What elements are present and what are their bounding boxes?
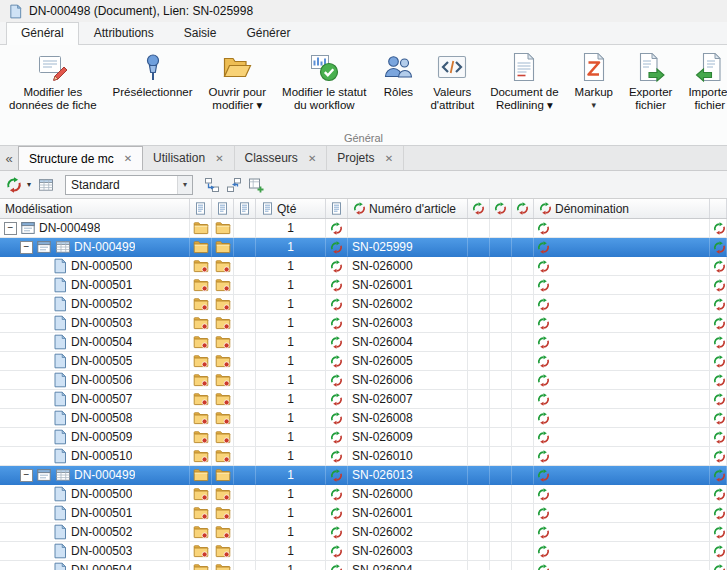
- column-header-sync-1[interactable]: [468, 199, 490, 218]
- grid-row-dn-000500[interactable]: DN-0005001SN-026000: [0, 257, 727, 276]
- refresh-dropdown-caret[interactable]: ▾: [27, 180, 31, 189]
- sync-icon: [713, 374, 726, 387]
- cell-folder-2: [212, 219, 234, 238]
- column-header-sync-3[interactable]: [512, 199, 534, 218]
- sync-icon: [330, 431, 343, 444]
- collapse-tab-list-button[interactable]: «: [0, 146, 18, 170]
- cell-folder-2: [212, 295, 234, 314]
- grid-row-dn-000510[interactable]: DN-0005101SN-026010: [0, 447, 727, 466]
- attribute-values-button[interactable]: Valeursd'attribut: [423, 48, 481, 132]
- doc-tab-projets[interactable]: Projets✕: [327, 146, 404, 170]
- grid-row-dn-000502[interactable]: DN-0005021SN-026002: [0, 523, 727, 542]
- refresh-icon[interactable]: [5, 176, 23, 194]
- grid-row-dn-000503[interactable]: DN-0005031SN-026003: [0, 314, 727, 333]
- cell-article: SN-026000: [348, 257, 468, 276]
- page-icon: [52, 315, 68, 331]
- grid-row-dn-000505[interactable]: DN-0005051SN-026005: [0, 352, 727, 371]
- sync-icon: [713, 355, 726, 368]
- column-header-doc-1[interactable]: [190, 199, 212, 218]
- column-header-doc-4[interactable]: [326, 199, 348, 218]
- cell-denomination: [534, 542, 710, 561]
- ribbon-tab-attributions[interactable]: Attributions: [79, 22, 169, 44]
- cell-empty: [490, 428, 512, 447]
- doc-tab-classeurs[interactable]: Classeurs✕: [235, 146, 328, 170]
- cell-empty: [490, 352, 512, 371]
- cell-folder-2: [212, 276, 234, 295]
- ribbon-tab-général[interactable]: Général: [6, 22, 79, 45]
- sync-icon: [537, 222, 550, 235]
- open-for-edit-button[interactable]: Ouvrir pourmodifier ▾: [202, 48, 274, 132]
- page-icon: [52, 258, 68, 274]
- doc-tab-utilisation[interactable]: Utilisation✕: [143, 146, 234, 170]
- cell-empty: [490, 390, 512, 409]
- article-number: SN-026003: [352, 544, 413, 558]
- expand-levels-icon[interactable]: [203, 176, 221, 194]
- view-settings-icon[interactable]: [37, 176, 55, 194]
- close-tab-icon[interactable]: ✕: [215, 153, 223, 164]
- cell-article: SN-025999: [348, 238, 468, 257]
- edit-workflow-status-button[interactable]: Modifier le statutdu workflow: [275, 48, 373, 132]
- sync-icon: [539, 202, 552, 215]
- column-header-tree[interactable]: Modélisation: [0, 199, 190, 218]
- grid-row-dn-000502[interactable]: DN-0005021SN-026002: [0, 295, 727, 314]
- column-header-sync-4[interactable]: [710, 199, 727, 218]
- roles-button[interactable]: Rôles: [375, 48, 421, 132]
- article-number: SN-025999: [352, 240, 413, 254]
- cell-folder-2: [212, 238, 234, 257]
- doc-icon: [238, 202, 251, 215]
- grid-row-dn-000507[interactable]: DN-0005071SN-026007: [0, 390, 727, 409]
- ribbon-tab-générer[interactable]: Générer: [231, 22, 305, 44]
- grid-row-dn-000498[interactable]: −DN-0004981: [0, 219, 727, 238]
- close-tab-icon[interactable]: ✕: [124, 153, 132, 164]
- folder-icon: [193, 486, 209, 502]
- import-file-button[interactable]: Importerfichier: [681, 48, 727, 132]
- column-header-denomination[interactable]: Dénomination: [534, 199, 710, 218]
- grid-row-dn-000501[interactable]: DN-0005011SN-026001: [0, 276, 727, 295]
- folder-icon: [193, 524, 209, 540]
- redlining-document-button[interactable]: Document deRedlining ▾: [483, 48, 565, 132]
- column-header-doc-3[interactable]: [234, 199, 256, 218]
- grid-row-dn-000506[interactable]: DN-0005061SN-026006: [0, 371, 727, 390]
- tree-expander-icon[interactable]: −: [4, 222, 17, 235]
- folder-icon: [215, 258, 231, 274]
- edit-card-data-button[interactable]: Modifier lesdonnées de fiche: [2, 48, 104, 132]
- grid-row-dn-000504[interactable]: DN-0005041SN-026004: [0, 333, 727, 352]
- ribbon-tab-saisie[interactable]: Saisie: [169, 22, 232, 44]
- grid-row-dn-000500[interactable]: DN-0005001SN-026000: [0, 485, 727, 504]
- view-combo[interactable]: Standard ▾: [65, 175, 193, 195]
- column-header-article[interactable]: Numéro d'article: [348, 199, 468, 218]
- cell-qty: 1: [256, 466, 326, 485]
- new-view-icon[interactable]: [247, 176, 265, 194]
- cell-empty: [512, 428, 534, 447]
- grid-row-dn-000501[interactable]: DN-0005011SN-026001: [0, 504, 727, 523]
- grid-row-dn-000509[interactable]: DN-0005091SN-026009: [0, 428, 727, 447]
- doc-tab-structure-de-mc[interactable]: Structure de mc✕: [18, 146, 143, 170]
- close-tab-icon[interactable]: ✕: [308, 153, 316, 164]
- cell-empty: [490, 485, 512, 504]
- cell-empty: [512, 561, 534, 570]
- close-tab-icon[interactable]: ✕: [385, 153, 393, 164]
- cell-sync-end: [710, 561, 727, 570]
- tree-node-label: DN-000509: [71, 430, 132, 444]
- cell-qty: 1: [256, 390, 326, 409]
- collapse-levels-icon[interactable]: [225, 176, 243, 194]
- cell-folder-2: [212, 466, 234, 485]
- cell-empty: [234, 219, 256, 238]
- grid-row-dn-000508[interactable]: DN-0005081SN-026008: [0, 409, 727, 428]
- grid-row-dn-000499[interactable]: −DN-0004991SN-025999: [0, 238, 727, 257]
- markup-button[interactable]: Markup▾: [568, 48, 620, 132]
- tree-expander-icon[interactable]: −: [20, 469, 33, 482]
- combo-dropdown-icon[interactable]: ▾: [177, 176, 192, 194]
- grid-row-dn-000499[interactable]: −DN-0004991SN-026013: [0, 466, 727, 485]
- column-header-doc-2[interactable]: [212, 199, 234, 218]
- export-file-button[interactable]: Exporterfichier: [622, 48, 679, 132]
- tree-node-label: DN-000502: [71, 297, 132, 311]
- cell-empty: [234, 447, 256, 466]
- qty-value: 1: [287, 487, 294, 501]
- column-header-qty[interactable]: Qté: [256, 199, 326, 218]
- preselect-button[interactable]: Présélectionner: [106, 48, 200, 132]
- column-header-sync-2[interactable]: [490, 199, 512, 218]
- grid-row-dn-000503[interactable]: DN-0005031SN-026003: [0, 542, 727, 561]
- grid-row-dn-000504[interactable]: DN-0005041SN-026004: [0, 561, 727, 570]
- tree-expander-icon[interactable]: −: [20, 241, 33, 254]
